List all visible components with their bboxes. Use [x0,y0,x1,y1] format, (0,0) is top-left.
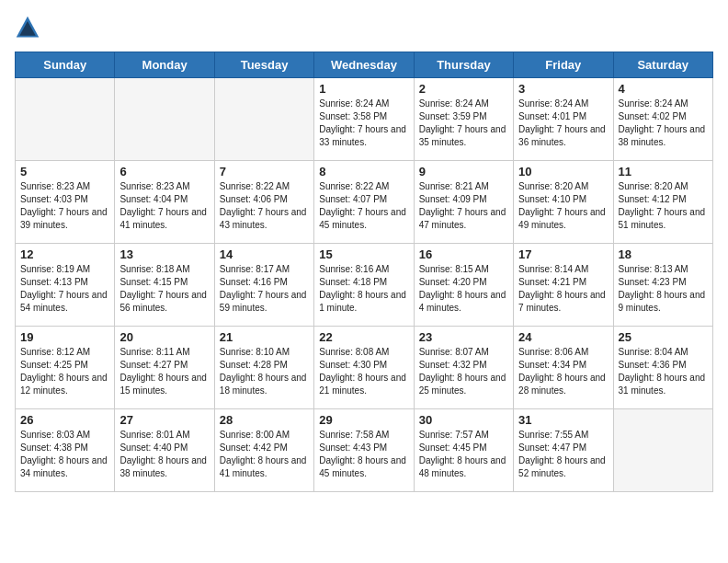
day-number: 29 [319,413,408,427]
calendar-cell: 21Sunrise: 8:10 AMSunset: 4:28 PMDayligh… [214,327,313,409]
cell-info: Sunrise: 8:24 AMSunset: 4:02 PMDaylight:… [619,98,708,149]
day-number: 8 [319,165,408,178]
calendar-cell: 8Sunrise: 8:22 AMSunset: 4:07 PMDaylight… [314,161,414,244]
calendar-cell [16,78,115,161]
page-header [15,15,713,40]
cell-info: Sunrise: 8:03 AMSunset: 4:38 PMDaylight:… [20,429,109,480]
calendar-cell: 28Sunrise: 8:00 AMSunset: 4:42 PMDayligh… [214,409,313,492]
cell-info: Sunrise: 8:08 AMSunset: 4:30 PMDaylight:… [319,346,408,397]
cell-info: Sunrise: 8:10 AMSunset: 4:28 PMDaylight:… [220,346,309,397]
day-number: 21 [220,330,309,344]
calendar-cell: 3Sunrise: 8:24 AMSunset: 4:01 PMDaylight… [514,78,613,161]
cell-info: Sunrise: 8:23 AMSunset: 4:03 PMDaylight:… [20,180,109,232]
calendar-table: SundayMondayTuesdayWednesdayThursdayFrid… [15,52,713,492]
calendar-cell: 6Sunrise: 8:23 AMSunset: 4:04 PMDaylight… [115,161,214,244]
week-row-4: 19Sunrise: 8:12 AMSunset: 4:25 PMDayligh… [16,327,713,409]
cell-info: Sunrise: 8:20 AMSunset: 4:10 PMDaylight:… [518,180,608,232]
cell-info: Sunrise: 8:24 AMSunset: 4:01 PMDaylight:… [518,98,608,149]
calendar-cell: 5Sunrise: 8:23 AMSunset: 4:03 PMDaylight… [16,161,115,244]
day-number: 25 [619,330,708,344]
calendar-cell: 4Sunrise: 8:24 AMSunset: 4:02 PMDaylight… [613,78,712,161]
calendar-cell: 20Sunrise: 8:11 AMSunset: 4:27 PMDayligh… [115,327,214,409]
calendar-cell: 12Sunrise: 8:19 AMSunset: 4:13 PMDayligh… [16,244,115,327]
cell-info: Sunrise: 8:18 AMSunset: 4:15 PMDaylight:… [119,263,209,315]
calendar-cell [214,78,313,161]
day-number: 17 [518,247,608,261]
cell-info: Sunrise: 8:13 AMSunset: 4:23 PMDaylight:… [619,263,708,315]
week-row-3: 12Sunrise: 8:19 AMSunset: 4:13 PMDayligh… [16,244,713,327]
calendar-cell: 19Sunrise: 8:12 AMSunset: 4:25 PMDayligh… [16,327,115,409]
day-number: 15 [319,247,408,261]
week-row-5: 26Sunrise: 8:03 AMSunset: 4:38 PMDayligh… [16,409,713,492]
cell-info: Sunrise: 8:04 AMSunset: 4:36 PMDaylight:… [619,346,708,397]
calendar-cell: 15Sunrise: 8:16 AMSunset: 4:18 PMDayligh… [314,244,414,327]
day-header-saturday: Saturday [613,52,712,78]
cell-info: Sunrise: 7:57 AMSunset: 4:45 PMDaylight:… [419,429,508,480]
cell-info: Sunrise: 8:21 AMSunset: 4:09 PMDaylight:… [419,180,508,232]
calendar-cell: 17Sunrise: 8:14 AMSunset: 4:21 PMDayligh… [514,244,613,327]
cell-info: Sunrise: 8:20 AMSunset: 4:12 PMDaylight:… [619,180,708,232]
day-header-tuesday: Tuesday [214,52,313,78]
cell-info: Sunrise: 8:06 AMSunset: 4:34 PMDaylight:… [518,346,608,397]
day-number: 2 [419,82,508,96]
calendar-cell: 1Sunrise: 8:24 AMSunset: 3:58 PMDaylight… [314,78,414,161]
day-number: 14 [220,247,309,261]
calendar-cell: 27Sunrise: 8:01 AMSunset: 4:40 PMDayligh… [115,409,214,492]
cell-info: Sunrise: 8:15 AMSunset: 4:20 PMDaylight:… [419,263,508,315]
calendar-cell [613,409,712,492]
day-header-friday: Friday [514,52,613,78]
calendar-cell: 13Sunrise: 8:18 AMSunset: 4:15 PMDayligh… [115,244,214,327]
cell-info: Sunrise: 8:22 AMSunset: 4:06 PMDaylight:… [220,180,309,232]
day-number: 13 [119,247,209,261]
calendar-cell: 11Sunrise: 8:20 AMSunset: 4:12 PMDayligh… [613,161,712,244]
day-number: 12 [20,247,109,261]
calendar-cell: 26Sunrise: 8:03 AMSunset: 4:38 PMDayligh… [16,409,115,492]
cell-info: Sunrise: 8:14 AMSunset: 4:21 PMDaylight:… [518,263,608,315]
day-number: 19 [20,330,109,344]
calendar-cell: 10Sunrise: 8:20 AMSunset: 4:10 PMDayligh… [514,161,613,244]
calendar-cell: 25Sunrise: 8:04 AMSunset: 4:36 PMDayligh… [613,327,712,409]
day-number: 31 [518,413,608,427]
day-number: 26 [20,413,109,427]
calendar-cell: 30Sunrise: 7:57 AMSunset: 4:45 PMDayligh… [414,409,513,492]
day-number: 6 [119,165,209,178]
calendar-cell: 9Sunrise: 8:21 AMSunset: 4:09 PMDaylight… [414,161,513,244]
day-header-monday: Monday [115,52,214,78]
calendar-cell: 2Sunrise: 8:24 AMSunset: 3:59 PMDaylight… [414,78,513,161]
day-number: 10 [518,165,608,178]
cell-info: Sunrise: 8:01 AMSunset: 4:40 PMDaylight:… [119,429,209,480]
cell-info: Sunrise: 8:16 AMSunset: 4:18 PMDaylight:… [319,263,408,315]
cell-info: Sunrise: 8:24 AMSunset: 3:59 PMDaylight:… [419,98,508,149]
day-number: 23 [419,330,508,344]
day-header-wednesday: Wednesday [314,52,414,78]
calendar-cell: 22Sunrise: 8:08 AMSunset: 4:30 PMDayligh… [314,327,414,409]
day-number: 28 [220,413,309,427]
day-number: 18 [619,247,708,261]
cell-info: Sunrise: 8:22 AMSunset: 4:07 PMDaylight:… [319,180,408,232]
week-row-2: 5Sunrise: 8:23 AMSunset: 4:03 PMDaylight… [16,161,713,244]
calendar-cell: 7Sunrise: 8:22 AMSunset: 4:06 PMDaylight… [214,161,313,244]
day-header-thursday: Thursday [414,52,513,78]
day-number: 1 [319,82,408,96]
day-number: 20 [119,330,209,344]
day-number: 16 [419,247,508,261]
day-number: 4 [619,82,708,96]
week-row-1: 1Sunrise: 8:24 AMSunset: 3:58 PMDaylight… [16,78,713,161]
day-number: 9 [419,165,508,178]
day-number: 7 [220,165,309,178]
cell-info: Sunrise: 8:11 AMSunset: 4:27 PMDaylight:… [119,346,209,397]
header-row: SundayMondayTuesdayWednesdayThursdayFrid… [16,52,713,78]
cell-info: Sunrise: 7:55 AMSunset: 4:47 PMDaylight:… [518,429,608,480]
calendar-cell: 16Sunrise: 8:15 AMSunset: 4:20 PMDayligh… [414,244,513,327]
day-number: 11 [619,165,708,178]
cell-info: Sunrise: 7:58 AMSunset: 4:43 PMDaylight:… [319,429,408,480]
calendar-cell: 31Sunrise: 7:55 AMSunset: 4:47 PMDayligh… [514,409,613,492]
calendar-cell: 14Sunrise: 8:17 AMSunset: 4:16 PMDayligh… [214,244,313,327]
calendar-cell: 23Sunrise: 8:07 AMSunset: 4:32 PMDayligh… [414,327,513,409]
calendar-cell: 29Sunrise: 7:58 AMSunset: 4:43 PMDayligh… [314,409,414,492]
cell-info: Sunrise: 8:00 AMSunset: 4:42 PMDaylight:… [220,429,309,480]
calendar-cell [115,78,214,161]
cell-info: Sunrise: 8:24 AMSunset: 3:58 PMDaylight:… [319,98,408,149]
cell-info: Sunrise: 8:19 AMSunset: 4:13 PMDaylight:… [20,263,109,315]
cell-info: Sunrise: 8:12 AMSunset: 4:25 PMDaylight:… [20,346,109,397]
